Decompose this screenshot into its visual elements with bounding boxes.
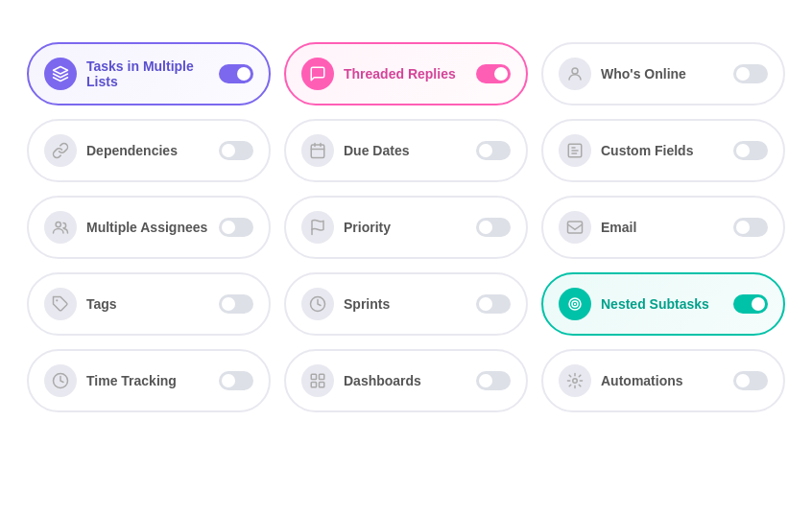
card-left-multiple-assignees: Multiple Assignees bbox=[44, 211, 207, 244]
card-nested-subtasks[interactable]: Nested Subtasks bbox=[541, 272, 785, 336]
card-sprints[interactable]: Sprints bbox=[284, 272, 528, 336]
svg-point-0 bbox=[572, 68, 578, 74]
icon-wrap-dashboards bbox=[301, 364, 334, 397]
card-dependencies[interactable]: Dependencies bbox=[27, 119, 271, 182]
card-left-priority: Priority bbox=[301, 211, 391, 244]
card-label-due-dates: Due Dates bbox=[344, 143, 409, 158]
card-label-sprints: Sprints bbox=[344, 296, 390, 312]
card-priority[interactable]: Priority bbox=[284, 196, 528, 259]
toggle-sprints[interactable] bbox=[476, 294, 511, 314]
icon-wrap-multiple-assignees bbox=[44, 211, 77, 244]
icon-wrap-custom-fields bbox=[559, 134, 591, 167]
svg-point-3 bbox=[56, 222, 60, 226]
svg-point-6 bbox=[56, 299, 58, 301]
card-label-tags: Tags bbox=[86, 296, 117, 312]
icon-wrap-dependencies bbox=[44, 134, 77, 167]
toggle-priority[interactable] bbox=[476, 218, 511, 237]
card-left-tasks-multiple-lists: Tasks in Multiple Lists bbox=[44, 58, 219, 90]
toggle-dashboards[interactable] bbox=[476, 371, 511, 390]
toggle-dependencies[interactable] bbox=[219, 141, 253, 160]
card-label-time-tracking: Time Tracking bbox=[86, 373, 177, 388]
card-label-nested-subtasks: Nested Subtasks bbox=[601, 296, 709, 312]
card-tags[interactable]: Tags bbox=[27, 272, 271, 336]
card-left-sprints: Sprints bbox=[301, 288, 390, 320]
clickapps-grid: Tasks in Multiple Lists Threaded Replies… bbox=[27, 42, 785, 412]
card-label-threaded-replies: Threaded Replies bbox=[344, 66, 456, 82]
card-left-dependencies: Dependencies bbox=[44, 134, 178, 167]
card-dashboards[interactable]: Dashboards bbox=[284, 349, 528, 412]
svg-rect-13 bbox=[311, 383, 316, 387]
card-time-tracking[interactable]: Time Tracking bbox=[27, 349, 271, 412]
card-custom-fields[interactable]: Custom Fields bbox=[541, 119, 785, 182]
card-left-threaded-replies: Threaded Replies bbox=[301, 58, 456, 90]
toggle-tasks-multiple-lists[interactable] bbox=[219, 64, 253, 83]
card-left-tags: Tags bbox=[44, 288, 117, 320]
card-left-nested-subtasks: Nested Subtasks bbox=[559, 288, 709, 320]
toggle-nested-subtasks[interactable] bbox=[733, 294, 768, 314]
icon-wrap-tasks-multiple-lists bbox=[44, 58, 77, 90]
card-label-automations: Automations bbox=[601, 373, 683, 388]
card-left-due-dates: Due Dates bbox=[301, 134, 409, 167]
card-due-dates[interactable]: Due Dates bbox=[284, 119, 528, 182]
toggle-multiple-assignees[interactable] bbox=[219, 218, 253, 237]
toggle-threaded-replies[interactable] bbox=[476, 64, 511, 83]
card-tasks-multiple-lists[interactable]: Tasks in Multiple Lists bbox=[27, 42, 271, 105]
card-label-multiple-assignees: Multiple Assignees bbox=[86, 220, 207, 235]
icon-wrap-nested-subtasks bbox=[559, 288, 591, 320]
card-label-custom-fields: Custom Fields bbox=[601, 143, 693, 158]
card-left-time-tracking: Time Tracking bbox=[44, 364, 177, 397]
toggle-time-tracking[interactable] bbox=[219, 371, 253, 390]
card-multiple-assignees[interactable]: Multiple Assignees bbox=[27, 196, 271, 259]
toggle-email[interactable] bbox=[733, 218, 768, 237]
card-label-dashboards: Dashboards bbox=[344, 373, 421, 388]
svg-rect-12 bbox=[320, 374, 324, 379]
icon-wrap-sprints bbox=[301, 288, 334, 320]
toggle-automations[interactable] bbox=[733, 371, 768, 390]
card-whos-online[interactable]: Who's Online bbox=[541, 42, 785, 105]
card-left-email: Email bbox=[559, 211, 636, 244]
svg-rect-5 bbox=[568, 222, 583, 233]
card-email[interactable]: Email bbox=[541, 196, 785, 259]
svg-rect-11 bbox=[311, 374, 316, 379]
svg-rect-1 bbox=[311, 145, 324, 158]
icon-wrap-whos-online bbox=[559, 58, 591, 90]
toggle-whos-online[interactable] bbox=[733, 64, 768, 83]
card-left-dashboards: Dashboards bbox=[301, 364, 421, 397]
card-label-priority: Priority bbox=[344, 220, 391, 235]
card-label-tasks-multiple-lists: Tasks in Multiple Lists bbox=[86, 59, 219, 89]
card-left-automations: Automations bbox=[559, 364, 683, 397]
card-threaded-replies[interactable]: Threaded Replies bbox=[284, 42, 528, 105]
icon-wrap-email bbox=[559, 211, 591, 244]
card-automations[interactable]: Automations bbox=[541, 349, 785, 412]
toggle-tags[interactable] bbox=[219, 294, 253, 314]
svg-rect-14 bbox=[320, 383, 324, 387]
icon-wrap-priority bbox=[301, 211, 334, 244]
card-label-whos-online: Who's Online bbox=[601, 66, 686, 82]
card-left-whos-online: Who's Online bbox=[559, 58, 686, 90]
svg-point-9 bbox=[574, 303, 576, 305]
card-label-dependencies: Dependencies bbox=[86, 143, 178, 158]
icon-wrap-tags bbox=[44, 288, 77, 320]
icon-wrap-due-dates bbox=[301, 134, 334, 167]
card-left-custom-fields: Custom Fields bbox=[559, 134, 693, 167]
toggle-due-dates[interactable] bbox=[476, 141, 511, 160]
icon-wrap-time-tracking bbox=[44, 364, 77, 397]
icon-wrap-automations bbox=[559, 364, 591, 397]
toggle-custom-fields[interactable] bbox=[733, 141, 768, 160]
svg-point-15 bbox=[573, 379, 578, 384]
card-label-email: Email bbox=[601, 220, 636, 235]
icon-wrap-threaded-replies bbox=[301, 58, 334, 90]
